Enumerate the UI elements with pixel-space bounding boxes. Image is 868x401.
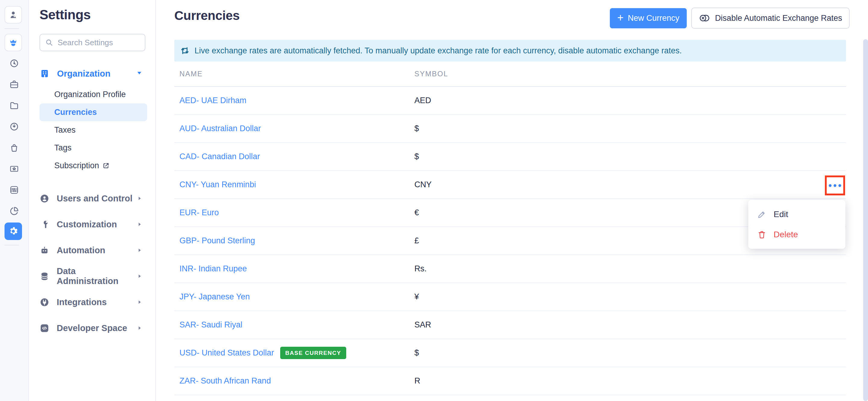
context-menu-item-delete[interactable]: Delete	[748, 224, 845, 245]
star-card-icon	[9, 163, 20, 174]
rail-button-folder[interactable]	[4, 96, 24, 115]
rail-button-history-clock[interactable]	[4, 117, 24, 136]
currency-name-link[interactable]: EUR- Euro	[180, 208, 219, 217]
vertical-scrollbar-thumb[interactable]	[863, 39, 868, 401]
table-row[interactable]: AUD- Australian Dollar $	[174, 115, 846, 143]
user-profile-icon	[8, 10, 19, 20]
abacus-icon	[9, 185, 20, 195]
table-row[interactable]: INR- Indian Rupee Rs.	[174, 255, 846, 283]
currency-name-link[interactable]: CNY- Yuan Renminbi	[180, 180, 256, 189]
table-row[interactable]: USD- United States Dollar BASE CURRENCY …	[174, 339, 846, 367]
users-icon	[39, 193, 50, 204]
disable-exchange-rates-label: Disable Automatic Exchange Rates	[715, 13, 842, 23]
robot-icon	[39, 245, 50, 255]
context-menu-item-label: Delete	[774, 230, 798, 239]
pencil-icon	[757, 210, 774, 219]
rail-button-abacus[interactable]	[4, 180, 24, 199]
currency-name-link[interactable]: JPY- Japanese Yen	[180, 292, 250, 302]
search-icon	[45, 38, 53, 47]
currency-name-link[interactable]: INR- Indian Rupee	[180, 264, 247, 274]
sidebar-section-label: Data Administration	[57, 266, 136, 286]
currency-symbol: $	[414, 348, 419, 358]
currencies-table: NAME SYMBOL AED- UAE Dirham AED AUD- Aus…	[174, 62, 846, 395]
row-actions-button[interactable]	[827, 182, 843, 189]
settings-sidebar: Settings Organization Organization Profi…	[29, 0, 156, 401]
table-row[interactable]: JPY- Japanese Yen ¥	[174, 283, 846, 311]
table-row[interactable]: SAR- Saudi Riyal SAR	[174, 311, 846, 339]
sidebar-item-label: Taxes	[54, 125, 76, 135]
currency-symbol: ¥	[414, 292, 419, 302]
table-row[interactable]: ZAR- South African Rand R	[174, 367, 846, 395]
rail-button-crown[interactable]	[4, 34, 22, 51]
sidebar-section-label: Users and Control	[57, 193, 132, 204]
sidebar-section-data-administration[interactable]: Data Administration	[39, 263, 148, 289]
chevron-right-icon	[136, 325, 143, 331]
currency-symbol: SAR	[414, 320, 431, 330]
sidebar-item-organization-profile[interactable]: Organization Profile	[39, 86, 147, 103]
search-settings-box[interactable]	[39, 34, 145, 51]
rail-button-gauge-clock[interactable]	[4, 54, 24, 73]
currency-symbol: $	[414, 152, 419, 161]
rail-divider	[4, 245, 19, 245]
exchange-rates-info-banner: Live exchange rates are automatically fe…	[174, 40, 846, 62]
table-row[interactable]: AED- UAE Dirham AED	[174, 87, 846, 115]
sidebar-item-label: Tags	[54, 143, 71, 153]
currency-symbol: Rs.	[414, 264, 427, 274]
row-context-menu: EditDelete	[748, 200, 845, 249]
table-row[interactable]: GBP- Pound Sterling £	[174, 227, 846, 255]
rail-button-shopping-bag[interactable]	[4, 138, 24, 157]
sidebar-section-automation[interactable]: Automation	[39, 237, 148, 263]
context-menu-item-edit[interactable]: Edit	[748, 204, 845, 224]
table-row[interactable]: EUR- Euro €	[174, 199, 846, 227]
sidebar-section-customization[interactable]: Customization	[39, 211, 148, 237]
page-title: Currencies	[174, 8, 240, 23]
rail-divider	[4, 28, 19, 29]
code-icon	[39, 323, 50, 333]
new-currency-button[interactable]: + New Currency	[610, 8, 687, 28]
currency-name-link[interactable]: ZAR- South African Rand	[180, 376, 271, 385]
currencies-page: Currencies + New Currency Disable Automa…	[156, 0, 868, 401]
banner-text: Live exchange rates are automatically fe…	[194, 46, 682, 56]
sidebar-section-label: Integrations	[57, 297, 107, 307]
external-link-icon	[102, 162, 110, 169]
table-row[interactable]: CNY- Yuan Renminbi CNY	[174, 171, 846, 199]
new-currency-label: New Currency	[628, 13, 679, 23]
currency-name-link[interactable]: CAD- Canadian Dollar	[180, 152, 260, 161]
rail-button-settings-gear[interactable]	[4, 222, 22, 240]
currency-name-link[interactable]: SAR- Saudi Riyal	[180, 320, 243, 330]
left-icon-rail	[0, 0, 29, 401]
currency-symbol: $	[414, 124, 419, 133]
column-header-symbol: SYMBOL	[414, 70, 448, 78]
table-row[interactable]: CAD- Canadian Dollar $	[174, 143, 846, 171]
sidebar-item-subscription[interactable]: Subscription	[39, 157, 147, 175]
briefcase-icon	[9, 79, 20, 90]
currency-name-link[interactable]: USD- United States Dollar	[180, 348, 274, 358]
dot	[834, 184, 836, 187]
disable-exchange-rates-button[interactable]: Disable Automatic Exchange Rates	[691, 7, 849, 29]
currency-name-link[interactable]: AED- UAE Dirham	[180, 96, 246, 105]
search-settings-input[interactable]	[58, 38, 140, 47]
rail-button-briefcase[interactable]	[4, 75, 24, 94]
rail-button-star-card[interactable]	[4, 159, 24, 179]
currency-symbol: AED	[414, 96, 431, 105]
currency-name-link[interactable]: GBP- Pound Sterling	[180, 236, 255, 245]
currency-symbol: CNY	[414, 180, 432, 189]
history-clock-icon	[9, 121, 20, 132]
plug-icon	[39, 297, 50, 307]
sidebar-section-organization[interactable]: Organization	[39, 66, 148, 82]
rail-button-pie-chart[interactable]	[4, 202, 24, 221]
repeat-sync-icon	[180, 45, 190, 56]
sidebar-section-developer-space[interactable]: Developer Space	[39, 315, 148, 341]
sidebar-item-currencies[interactable]: Currencies	[39, 103, 147, 121]
rail-button-user-profile[interactable]	[4, 6, 22, 24]
sidebar-title: Settings	[39, 7, 155, 22]
context-menu-item-label: Edit	[774, 210, 788, 219]
sidebar-item-taxes[interactable]: Taxes	[39, 121, 147, 139]
sidebar-section-integrations[interactable]: Integrations	[39, 289, 148, 315]
currency-name-link[interactable]: AUD- Australian Dollar	[180, 124, 261, 133]
table-header-row: NAME SYMBOL	[174, 62, 846, 87]
chevron-right-icon	[136, 273, 143, 279]
sidebar-item-tags[interactable]: Tags	[39, 139, 147, 157]
dot	[829, 184, 832, 187]
sidebar-section-users-and-control[interactable]: Users and Control	[39, 185, 148, 211]
